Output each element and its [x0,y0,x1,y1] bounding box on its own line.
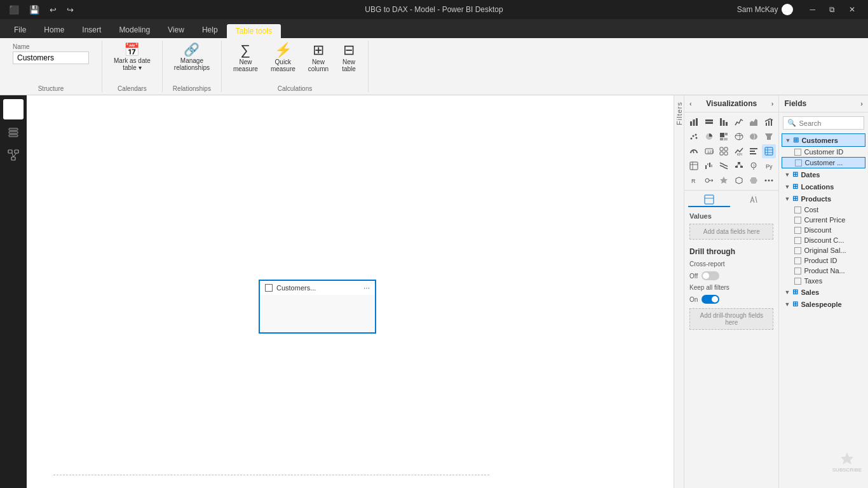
window-title: UBG to DAX - Model - Power BI Desktop [365,5,503,14]
viz-gauge-icon[interactable] [687,144,701,158]
cross-report-toggle[interactable] [702,271,719,280]
viz-smart-icon[interactable] [717,173,731,187]
viz-key-influencer-icon[interactable] [702,173,716,187]
viz-r-icon[interactable]: R [687,173,701,187]
tab-view[interactable]: View [159,23,193,38]
viz-funnel-icon[interactable] [762,130,776,144]
current-price-checkbox[interactable] [794,217,801,224]
svg-rect-40 [724,147,728,151]
search-input[interactable] [799,119,850,127]
viz-kpi-icon[interactable]: KPI [732,144,746,158]
values-drop-area[interactable]: Add data fields here [689,224,773,240]
field-group-dates[interactable]: ▼ ⊞ Dates [782,168,865,180]
field-discount[interactable]: Discount [782,225,865,235]
viz-panel-forward-arrow[interactable]: › [771,100,774,107]
undo-icon[interactable]: ↩ [47,4,59,16]
field-taxes[interactable]: Taxes [782,276,865,286]
tab-modeling[interactable]: Modeling [110,23,159,38]
sidebar-item-model[interactable] [3,145,24,165]
svg-rect-57 [711,165,712,167]
taxes-checkbox[interactable] [794,278,801,285]
viz-checkbox[interactable] [265,284,273,292]
mark-as-date-button[interactable]: 📅 Mark as datetable ▾ [109,41,156,74]
viz-combo-icon[interactable] [762,115,776,129]
field-group-locations[interactable]: ▼ ⊞ Locations [782,180,865,193]
product-id-checkbox[interactable] [794,257,801,264]
new-measure-button[interactable]: ∑ Newmeasure [228,41,263,75]
viz-multi-card-icon[interactable] [717,144,731,158]
viz-qna-icon[interactable]: ? [747,159,761,173]
sidebar-item-report[interactable] [3,99,24,119]
viz-decomp-icon[interactable] [732,159,746,173]
viz-pie-icon[interactable] [702,130,716,144]
drill-drop-area[interactable]: Add drill-through fields here [689,308,773,330]
customer-name-checkbox[interactable] [795,159,802,166]
format-visual-tab[interactable] [733,193,775,207]
viz-treemap-icon[interactable] [717,130,731,144]
viz-scatter-icon[interactable] [687,130,701,144]
customer-id-checkbox[interactable] [794,149,801,156]
name-input[interactable] [13,51,89,64]
cost-checkbox[interactable] [794,207,801,214]
field-customer-name[interactable]: Customer ... [782,157,865,168]
viz-shape-map-icon[interactable] [732,173,746,187]
viz-line-icon[interactable] [732,115,746,129]
window-controls[interactable]: ─ ⧉ ✕ [803,3,862,17]
viz-matrix-icon[interactable] [687,159,701,173]
viz-area-icon[interactable] [747,115,761,129]
tab-home[interactable]: Home [35,23,73,38]
field-cost[interactable]: Cost [782,205,865,215]
customer-name-label: Customer ... [804,159,843,166]
manage-relationships-button[interactable]: 🔗 Managerelationships [169,41,215,74]
product-na-checkbox[interactable] [794,268,801,274]
quick-measure-button[interactable]: ⚡ Quickmeasure [266,41,301,75]
svg-rect-8 [15,150,18,153]
discount-checkbox[interactable] [794,227,801,234]
viz-filled-map-icon[interactable] [747,130,761,144]
field-group-customers[interactable]: ▼ ⊞ Customers [782,133,865,147]
field-customer-id[interactable]: Customer ID [782,147,865,157]
canvas-viz-table[interactable]: Customers... ··· [259,280,376,334]
tab-file[interactable]: File [5,23,35,38]
viz-more-button[interactable]: ··· [363,283,370,292]
new-column-button[interactable]: ⊞ Newcolumn [303,41,334,75]
tab-insert[interactable]: Insert [73,23,110,38]
redo-icon[interactable]: ↪ [64,4,76,16]
field-current-price[interactable]: Current Price [782,215,865,225]
field-group-sales[interactable]: ▼ ⊞ Sales [782,286,865,298]
viz-card-icon[interactable]: 123 [702,144,716,158]
new-table-button[interactable]: ⊟ Newtable [336,41,362,75]
viz-more-icon[interactable] [762,173,776,187]
viz-ribbon-icon[interactable] [717,159,731,173]
viz-waterfall-icon[interactable] [702,159,716,173]
user-name: Sam McKay [737,5,778,14]
sidebar-item-data[interactable] [3,122,24,142]
tab-table-tools[interactable]: Table tools [227,24,281,38]
viz-slicer-icon[interactable] [747,144,761,158]
fields-panel: Fields › 🔍 ▼ ⊞ Customers Customer ID [779,95,868,488]
field-product-na[interactable]: Product Na... [782,266,865,276]
viz-bar-icon[interactable] [687,115,701,129]
viz-panel-back-arrow[interactable]: ‹ [689,100,692,107]
viz-col-icon[interactable] [702,115,716,129]
field-group-products[interactable]: ▼ ⊞ Products [782,193,865,205]
field-product-id[interactable]: Product ID [782,255,865,266]
field-discount-c[interactable]: Discount C... [782,235,865,245]
discount-c-checkbox[interactable] [794,237,801,244]
viz-stack-icon[interactable] [717,115,731,129]
restore-button[interactable]: ⧉ [823,3,841,17]
field-original-sal[interactable]: Original Sal... [782,245,865,255]
field-group-salespeople[interactable]: ▼ ⊞ Salespeople [782,298,865,310]
viz-table-icon[interactable] [762,144,776,158]
viz-map-icon[interactable] [732,130,746,144]
fields-panel-arrow[interactable]: › [860,100,863,107]
viz-azure-icon[interactable] [747,173,761,187]
save-icon[interactable]: 💾 [27,4,42,16]
build-visual-tab[interactable] [688,193,730,207]
viz-python-icon[interactable]: Py [762,159,776,173]
close-button[interactable]: ✕ [843,3,862,17]
tab-help[interactable]: Help [193,23,227,38]
minimize-button[interactable]: ─ [803,3,822,17]
original-sal-checkbox[interactable] [794,247,801,254]
keep-filters-toggle[interactable] [702,295,719,304]
